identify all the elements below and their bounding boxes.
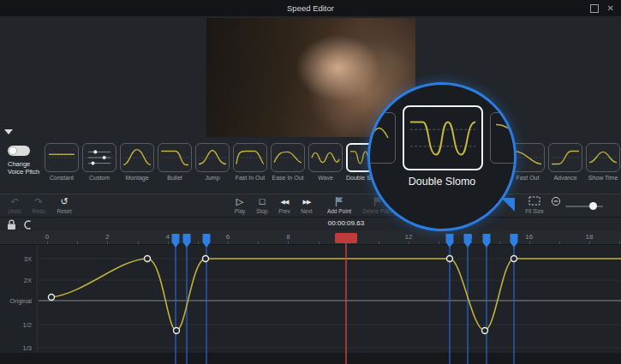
preset-thumb xyxy=(548,143,582,172)
preset-label: Custom xyxy=(82,175,116,181)
ruler-tick xyxy=(258,242,259,244)
voice-pitch-control: Change Voice Pitch xyxy=(8,146,47,176)
toggle-knob-icon xyxy=(9,146,17,155)
preset-thumb xyxy=(82,143,116,172)
preset-label: Advance xyxy=(548,175,582,181)
preset-wave[interactable]: Wave xyxy=(308,143,343,181)
ruler-label: 18 xyxy=(586,233,594,241)
preset-label: Bullet xyxy=(158,175,192,181)
preset-thumb xyxy=(158,143,192,172)
close-icon[interactable]: ✕ xyxy=(607,4,614,13)
reset-button[interactable]: ↺ Reset xyxy=(53,196,75,214)
voice-pitch-label-line1: Change xyxy=(8,160,47,168)
preset-label: Show Time xyxy=(586,175,620,181)
preset-jump[interactable]: Jump xyxy=(195,143,230,181)
preset-label: Fast Out xyxy=(511,175,545,181)
preset-thumb xyxy=(271,143,305,172)
speed-label: 2X xyxy=(24,277,32,284)
curve-mode-button[interactable] xyxy=(21,218,34,230)
ruler-tick xyxy=(107,242,108,244)
ruler-tick xyxy=(77,242,78,244)
reset-icon: ↺ xyxy=(53,196,75,207)
ruler-label: 10 xyxy=(344,233,352,241)
ruler-label: 8 xyxy=(286,233,290,241)
redo-icon: ↷ xyxy=(27,196,50,207)
speed-label: 1/2 xyxy=(23,321,32,329)
ruler-tick xyxy=(469,242,469,244)
ruler-label: 16 xyxy=(525,233,533,241)
stop-button[interactable]: □ Stop xyxy=(252,196,272,214)
preset-custom[interactable]: Custom xyxy=(82,143,116,181)
preset-thumb xyxy=(586,143,620,172)
preset-label: Jump xyxy=(195,175,230,181)
ruler-tick xyxy=(589,242,590,244)
preset-label: Montage xyxy=(120,175,154,181)
lock-button[interactable] xyxy=(4,218,18,230)
ruler-tick xyxy=(319,242,319,244)
speed-labels-column: 3X2XOriginal1/21/3 xyxy=(0,245,38,353)
curve-mode-icon xyxy=(22,219,33,230)
preset-thumb xyxy=(233,143,267,172)
prev-button[interactable]: ◀◀ Prev xyxy=(274,196,295,214)
next-button[interactable]: ▶▶ Next xyxy=(296,196,317,214)
preset-showtime[interactable]: Show Time xyxy=(586,143,620,181)
ruler-tick xyxy=(349,242,349,244)
redo-button[interactable]: ↷ Redo xyxy=(27,196,50,214)
speed-label: 1/3 xyxy=(23,344,32,352)
preset-thumb xyxy=(308,143,343,172)
maximize-icon[interactable] xyxy=(590,4,599,13)
ruler-label: 6 xyxy=(226,233,230,241)
preset-label: Wave xyxy=(308,175,343,181)
ruler-tick xyxy=(168,242,169,244)
preset-advance[interactable]: Advance xyxy=(548,143,582,181)
speed-editor-window: Speed Editor ✕ Change Voice Pitch Consta… xyxy=(0,0,621,364)
ruler-tick xyxy=(138,242,139,244)
toolbar: ↶ Undo ↷ Redo ↺ Reset ▷ Play □ Stop ◀◀ P… xyxy=(0,194,621,218)
ruler-tick xyxy=(499,242,500,244)
voice-pitch-label-line2: Voice Pitch xyxy=(8,168,47,176)
preset-constant[interactable]: Constant xyxy=(45,143,79,181)
ruler-label: 12 xyxy=(405,233,413,241)
timeline-footer xyxy=(0,353,621,364)
zoom-out-button[interactable] xyxy=(550,196,562,207)
ruler-tick xyxy=(198,242,199,244)
preset-fastinout[interactable]: Fast In Out xyxy=(233,143,267,181)
stop-icon: □ xyxy=(252,196,272,207)
ruler-tick xyxy=(439,242,439,244)
ruler-label: 14 xyxy=(465,233,473,241)
preset-bullet[interactable]: Bullet xyxy=(158,143,192,181)
zoom-out-icon xyxy=(550,196,562,207)
zoom-slider-track[interactable] xyxy=(565,206,603,207)
add-point-flag-icon xyxy=(322,196,356,207)
zoom-slider-knob[interactable] xyxy=(589,202,597,210)
timeline-ruler[interactable]: 024681012141618 xyxy=(0,231,621,245)
preset-thumb xyxy=(120,143,154,172)
ruler-tick xyxy=(228,242,229,244)
current-time-label: 00:00:09.63 xyxy=(328,219,364,227)
zoomed-preset-label: Double Slomo xyxy=(370,176,514,188)
ruler-label: 0 xyxy=(45,233,49,241)
speed-label: Original xyxy=(9,297,32,305)
fit-size-button[interactable]: Fit Size xyxy=(519,196,550,214)
speed-graph[interactable] xyxy=(0,245,621,353)
preset-montage[interactable]: Montage xyxy=(120,143,154,181)
preset-thumb xyxy=(45,143,79,172)
ruler-tick xyxy=(619,242,620,244)
preset-label: Fast In Out xyxy=(233,175,267,181)
collapse-arrow-icon[interactable] xyxy=(4,129,13,134)
undo-button[interactable]: ↶ Undo xyxy=(3,196,26,214)
preset-label: Constant xyxy=(45,175,79,181)
timeline-header xyxy=(0,218,621,231)
speed-label: 3X xyxy=(24,255,32,263)
preset-thumb xyxy=(195,143,230,172)
undo-icon: ↶ xyxy=(3,196,26,207)
lock-icon xyxy=(7,219,16,230)
preset-easeinout[interactable]: Ease In Out xyxy=(271,143,305,181)
voice-pitch-toggle[interactable] xyxy=(8,146,30,156)
zoom-circle: Double Slomo xyxy=(367,82,517,231)
play-icon: ▷ xyxy=(230,196,250,207)
add-point-button[interactable]: Add Point xyxy=(322,196,356,214)
play-button[interactable]: ▷ Play xyxy=(230,196,250,214)
ruler-tick xyxy=(559,242,560,244)
ruler-tick xyxy=(529,242,530,244)
